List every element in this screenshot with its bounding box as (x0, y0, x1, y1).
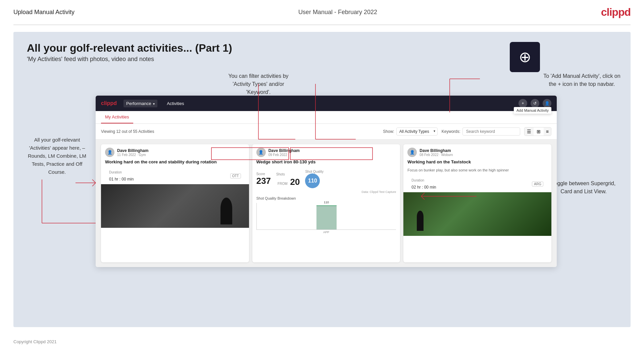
document-title: User Manual - February 2022 (298, 9, 377, 16)
copyright: Copyright Clippd 2021 (13, 339, 57, 344)
chevron-down-icon: ▾ (434, 129, 435, 133)
app-navbar: clippd Performance ▾ Activities + ↺ 👤 Ad… (96, 96, 557, 111)
user-meta: 08 Feb 2022 · Woburn (419, 153, 453, 157)
add-manual-tooltip: Add Manual Activity (514, 107, 551, 114)
person-silhouette (417, 211, 424, 231)
card-title: Working hard on the Tavistock (403, 159, 551, 168)
card-description: Focus on bunker play, but also some work… (403, 168, 551, 175)
callout-filter: You can filter activities by 'Activity T… (221, 72, 295, 96)
view-list-icon[interactable]: ☰ (525, 127, 534, 136)
card-header: 👤 Dave Billingham 09 Feb 2022 (252, 144, 400, 159)
activity-type-select[interactable]: All Activity Types ▾ (396, 127, 438, 136)
duration-label: Duration (105, 169, 138, 175)
filter-bar: Viewing 12 out of 55 Activities Show: Al… (96, 124, 557, 140)
duration-group: Duration 02 hr : 00 min (407, 177, 440, 191)
filter-keywords: Keywords: (442, 127, 520, 136)
logo-area: clippd (601, 6, 631, 18)
add-manual-activity-icon-box[interactable]: ⊕ (510, 42, 540, 72)
chart-value-label: 110 (324, 201, 329, 204)
callout-activities: All your golf-relevant 'Activities' appe… (23, 136, 91, 176)
chart-bar: 110 (316, 205, 337, 229)
card-stats: Score 237 Shots FROM 20 Shot Q (252, 168, 400, 190)
subnav-my-activities[interactable]: My Activities (101, 111, 133, 123)
user-meta: 09 Feb 2022 (268, 153, 300, 157)
search-input[interactable] (462, 127, 520, 136)
header-divider (13, 24, 631, 25)
app-subnav: My Activities (96, 111, 557, 124)
nav-item-performance[interactable]: Performance ▾ (123, 100, 157, 107)
duration-row: Duration 01 hr : 00 min OTT (101, 168, 249, 184)
callout-toggle: Toggle between Supergrid, Card and List … (547, 179, 621, 196)
shots-group: Shots FROM 20 (276, 171, 300, 187)
chart-inner: 100 50 0 110 (256, 203, 396, 230)
app-logo: clippd (101, 100, 117, 106)
chart-x-label: APP (256, 230, 396, 234)
nav-icons: + ↺ 👤 (518, 99, 551, 108)
cards-area: 👤 Dave Billingham 11 Feb 2022 · Gym Work… (96, 140, 557, 267)
duration-row: Duration 02 hr : 00 min ARG (403, 176, 551, 192)
footer: Copyright Clippd 2021 (0, 334, 644, 350)
score-value: 237 (256, 176, 271, 186)
card-title: Working hard on the core and stability d… (101, 159, 249, 168)
viewing-count: Viewing 12 out of 55 Activities (101, 129, 379, 134)
user-name: Dave Billingham (419, 148, 453, 153)
app-mockup: clippd Performance ▾ Activities + ↺ 👤 Ad… (96, 96, 557, 267)
duration-value: 02 hr : 00 min (407, 184, 440, 191)
shot-quality-label: Shot Quality (305, 170, 323, 173)
user-name: Dave Billingham (117, 148, 148, 153)
activity-card: 👤 Dave Billingham 08 Feb 2022 · Woburn W… (403, 144, 551, 262)
page-title: Upload Manual Activity (13, 9, 75, 16)
chart-area: 100 50 0 110 APP (252, 202, 400, 235)
view-toggle: ☰ ⊞ ≡ (524, 127, 551, 136)
card-user-info: Dave Billingham 09 Feb 2022 (268, 148, 300, 157)
view-grid-icon[interactable]: ⊞ (534, 127, 543, 136)
card-image-gym (101, 184, 249, 228)
activity-badge: OTT (230, 173, 241, 178)
view-supergrid-icon[interactable]: ≡ (544, 127, 551, 136)
nav-add-icon[interactable]: + (518, 99, 527, 108)
person-silhouette (220, 198, 232, 224)
callout-add: To 'Add Manual Activity', click on the +… (543, 72, 621, 88)
shots-from: FROM (278, 182, 287, 186)
nav-item-activities[interactable]: Activities (164, 100, 187, 107)
main-content: All your golf-relevant activities... (Pa… (13, 32, 631, 327)
duration-label: Duration (407, 177, 440, 184)
page-header: Upload Manual Activity User Manual - Feb… (0, 0, 644, 24)
shots-value: 20 (290, 177, 300, 187)
card-header: 👤 Dave Billingham 11 Feb 2022 · Gym (101, 144, 249, 159)
shots-label: Shots (276, 172, 285, 176)
avatar: 👤 (407, 148, 417, 157)
score-label: Score (256, 172, 271, 176)
nav-user-icon[interactable]: 👤 (543, 99, 551, 108)
nav-refresh-icon[interactable]: ↺ (531, 99, 539, 108)
shot-quality-group: Shot Quality 110 (305, 170, 323, 188)
score-group: Score 237 (256, 172, 271, 186)
card-title: Wedge short iron 80-130 yds (252, 159, 400, 168)
filter-show: Show: All Activity Types ▾ (383, 127, 438, 136)
user-name: Dave Billingham (268, 148, 300, 153)
duration-value: 01 hr : 00 min (105, 175, 138, 183)
activity-card: 👤 Dave Billingham 09 Feb 2022 Wedge shor… (252, 144, 400, 262)
avatar: 👤 (105, 148, 114, 157)
shot-quality-badge: 110 (305, 173, 320, 188)
plus-icon: ⊕ (519, 50, 531, 64)
activity-badge: ARG (532, 182, 543, 187)
duration-group: Duration 01 hr : 00 min (105, 169, 138, 183)
data-source: Data: Clippd Test Capture (252, 190, 400, 195)
clippd-logo: clippd (601, 6, 631, 18)
user-meta: 11 Feb 2022 · Gym (117, 153, 148, 157)
card-image-golf (403, 192, 551, 236)
card-user-info: Dave Billingham 11 Feb 2022 · Gym (117, 148, 148, 157)
avatar: 👤 (256, 148, 266, 157)
card-user-info: Dave Billingham 08 Feb 2022 · Woburn (419, 148, 453, 157)
activity-card: 👤 Dave Billingham 11 Feb 2022 · Gym Work… (101, 144, 249, 262)
card-header: 👤 Dave Billingham 08 Feb 2022 · Woburn (403, 144, 551, 159)
